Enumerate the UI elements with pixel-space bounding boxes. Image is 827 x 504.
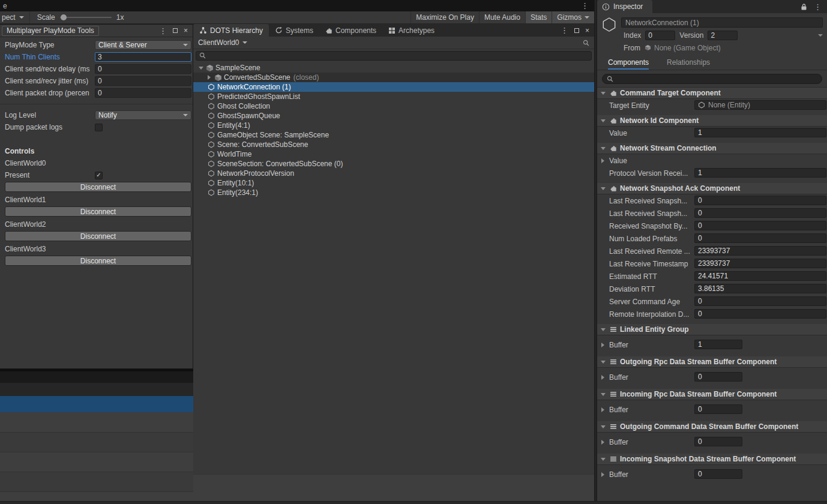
property-value-field[interactable]: 0 — [694, 208, 826, 218]
panel-kebab-menu-icon[interactable]: ⋮ — [159, 27, 167, 35]
tab-dots-hierarchy[interactable]: DOTS Hierarchy — [193, 24, 269, 37]
foldout-open-icon[interactable] — [599, 425, 607, 428]
scale-slider-handle[interactable] — [61, 14, 67, 20]
from-object-field[interactable]: None (Game Object) — [645, 44, 721, 52]
hierarchy-search-input[interactable] — [196, 51, 592, 61]
tab-systems[interactable]: Systems — [269, 24, 319, 37]
foldout-open-icon[interactable] — [599, 458, 607, 461]
num-thin-clients-input[interactable]: 3 — [95, 52, 191, 62]
packet-drop-input[interactable]: 0 — [95, 88, 191, 98]
property-value-field[interactable]: 1 — [694, 168, 826, 178]
tab-archetypes[interactable]: Archetypes — [382, 24, 441, 37]
buffer-size-field[interactable]: 0 — [694, 469, 742, 479]
buffer-size-field[interactable]: 0 — [694, 437, 742, 446]
foldout-open-icon[interactable] — [599, 393, 607, 396]
disconnect-button-world1[interactable]: Disconnect — [5, 206, 191, 217]
hierarchy-row[interactable]: NetworkProtocolVersion — [193, 169, 594, 178]
foldout-closed-icon[interactable] — [601, 472, 604, 477]
buffer-size-field[interactable]: 0 — [694, 404, 742, 414]
close-icon[interactable]: × — [184, 27, 188, 34]
chevron-down-icon[interactable] — [818, 34, 823, 37]
maximize-on-play-button[interactable]: Maximize On Play — [410, 11, 479, 23]
property-value-field[interactable]: 3.86135 — [694, 284, 826, 293]
component-header[interactable]: Linked Entity Group — [597, 324, 827, 335]
panel-divider[interactable] — [594, 0, 597, 504]
dock-window-icon[interactable] — [173, 28, 178, 33]
property-value-field[interactable]: 0 — [694, 296, 826, 306]
hierarchy-row[interactable]: PredictedGhostSpawnList — [193, 92, 594, 101]
hierarchy-row[interactable]: GhostSpawnQueue — [193, 111, 594, 121]
hierarchy-row[interactable]: SceneSection: ConvertedSubScene (0) — [193, 159, 594, 169]
property-value-field[interactable]: 0 — [694, 309, 826, 319]
property-value-field[interactable]: 23393737 — [694, 246, 826, 256]
component-header[interactable]: Network Stream Connection — [597, 143, 827, 154]
foldout-closed-icon[interactable] — [601, 375, 604, 380]
property-value-field[interactable]: 0 — [694, 221, 826, 230]
foldout-closed-icon[interactable] — [205, 75, 213, 80]
foldout-open-icon[interactable] — [599, 328, 607, 331]
client-delay-input[interactable]: 0 — [95, 64, 191, 74]
foldout-open-icon[interactable] — [599, 92, 607, 95]
inspector-kebab-menu-icon[interactable]: ⋮ — [814, 3, 822, 11]
gizmos-dropdown[interactable]: Gizmos — [552, 11, 594, 23]
component-header[interactable]: Incoming Rpc Data Stream Buffer Componen… — [597, 389, 827, 400]
foldout-open-icon[interactable] — [599, 361, 607, 364]
game-menu-kebab-icon[interactable]: ⋮ — [581, 2, 589, 10]
hierarchy-row[interactable]: Ghost Collection — [193, 101, 594, 111]
disconnect-button-world2[interactable]: Disconnect — [5, 231, 191, 241]
aspect-ratio-dropdown[interactable]: pect — [0, 11, 30, 23]
tab-inspector[interactable]: Inspector — [597, 0, 652, 13]
dock-window-icon[interactable] — [574, 28, 579, 33]
foldout-open-icon[interactable] — [599, 119, 607, 122]
disconnect-button-world0[interactable]: Disconnect — [5, 182, 191, 192]
hierarchy-row[interactable]: WorldTime — [193, 149, 594, 159]
hierarchy-row[interactable]: SampleScene — [193, 63, 594, 73]
component-header[interactable]: Incoming Snapshot Data Stream Buffer Com… — [597, 454, 827, 465]
scale-slider[interactable] — [60, 17, 112, 18]
world-selector-dropdown[interactable]: ClientWorld0 — [198, 38, 247, 47]
entity-name-field[interactable]: NetworkConnection (1) — [621, 17, 823, 28]
close-icon[interactable]: × — [585, 27, 589, 34]
search-icon[interactable] — [583, 40, 589, 46]
component-header[interactable]: Network Id Component — [597, 115, 827, 127]
component-header[interactable]: Outgoing Rpc Data Stream Buffer Componen… — [597, 356, 827, 368]
hierarchy-row[interactable]: Scene: ConvertedSubScene — [193, 140, 594, 149]
foldout-closed-icon[interactable] — [601, 407, 604, 412]
tab-relationships-view[interactable]: Relationships — [667, 55, 710, 70]
property-value-field[interactable]: 1 — [694, 128, 826, 137]
client-jitter-input[interactable]: 0 — [95, 76, 191, 86]
foldout-closed-icon[interactable] — [601, 158, 604, 163]
component-header[interactable]: Network Snapshot Ack Component — [597, 183, 827, 194]
index-field[interactable]: 0 — [645, 31, 675, 40]
property-value-field[interactable]: 0 — [694, 233, 826, 243]
foldout-open-icon[interactable] — [599, 187, 607, 190]
inspector-search-input[interactable] — [602, 74, 822, 84]
dump-packet-logs-checkbox[interactable] — [95, 124, 103, 131]
foldout-closed-icon[interactable] — [601, 343, 604, 347]
component-header[interactable]: Outgoing Command Data Stream Buffer Comp… — [597, 421, 827, 433]
buffer-size-field[interactable]: 0 — [694, 372, 742, 382]
lock-icon[interactable] — [801, 3, 807, 11]
buffer-size-field[interactable]: 1 — [694, 340, 742, 349]
property-value-field[interactable]: 23393737 — [694, 259, 826, 268]
log-level-dropdown[interactable]: Notify — [95, 110, 191, 120]
stats-button[interactable]: Stats — [525, 11, 552, 23]
object-field[interactable]: None (Entity) — [694, 100, 826, 110]
hierarchy-row[interactable]: GameObject Scene: SampleScene — [193, 130, 594, 140]
hierarchy-row[interactable]: Entity(10:1) — [193, 178, 594, 188]
disconnect-button-world3[interactable]: Disconnect — [5, 256, 191, 266]
hierarchy-row[interactable]: Entity(4:1) — [193, 121, 594, 130]
tab-components-view[interactable]: Components — [608, 55, 649, 70]
property-value-field[interactable]: 0 — [694, 196, 826, 205]
version-field[interactable]: 2 — [708, 31, 738, 40]
hierarchy-row[interactable]: Entity(234:1) — [193, 188, 594, 197]
hierarchy-row[interactable]: NetworkConnection (1) — [193, 82, 594, 92]
property-value-field[interactable]: 24.41571 — [694, 271, 826, 281]
mute-audio-button[interactable]: Mute Audio — [479, 11, 525, 23]
present-checkbox[interactable]: ✓ — [95, 172, 103, 179]
tab-components[interactable]: Components — [319, 24, 382, 37]
panel-title[interactable]: Multiplayer PlayMode Tools — [2, 26, 99, 36]
hierarchy-row[interactable]: ConvertedSubScene(closed) — [193, 73, 594, 82]
playmode-type-dropdown[interactable]: Client & Server — [95, 40, 191, 50]
foldout-open-icon[interactable] — [599, 147, 607, 150]
